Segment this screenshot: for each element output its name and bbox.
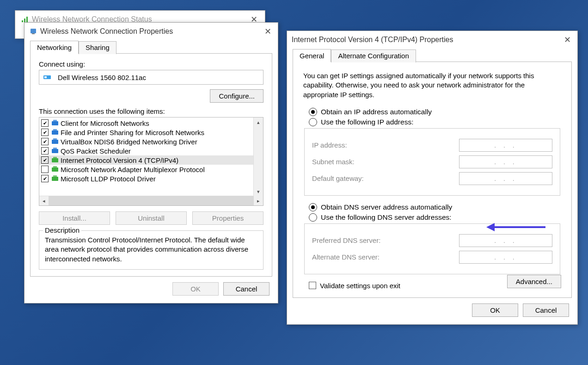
tab-general[interactable]: General (293, 49, 331, 62)
radio-dns-auto[interactable]: Obtain DNS server address automatically (303, 203, 561, 211)
close-icon[interactable]: ✕ (263, 26, 273, 37)
preferred-dns-input: . . . (459, 234, 552, 247)
info-text: You can get IP settings assigned automat… (303, 71, 561, 99)
service-icon (51, 119, 59, 127)
arrow-line (495, 226, 545, 228)
checkbox[interactable] (41, 147, 49, 155)
nic-icon (43, 73, 51, 81)
default-gateway-input: . . . (459, 172, 552, 185)
list-item[interactable]: Client for Microsoft Networks (39, 118, 263, 128)
radio-ip-manual[interactable]: Use the following IP address: (303, 118, 561, 126)
svg-rect-17 (52, 167, 58, 172)
svg-rect-11 (52, 140, 58, 144)
radio-label: Obtain DNS server address automatically (321, 203, 452, 211)
svg-rect-18 (53, 166, 57, 168)
svg-rect-15 (52, 158, 58, 162)
connection-properties-dialog: Wireless Network Connection Properties ✕… (24, 22, 278, 303)
svg-rect-10 (53, 129, 57, 131)
list-item[interactable]: File and Printer Sharing for Microsoft N… (39, 128, 263, 137)
annotation-arrow (486, 223, 545, 231)
ipv4-properties-dialog: Internet Protocol Version 4 (TCP/IPv4) P… (287, 31, 578, 325)
svg-rect-7 (52, 121, 58, 125)
svg-rect-9 (52, 130, 58, 135)
validate-checkbox[interactable] (309, 282, 316, 289)
list-item[interactable]: VirtualBox NDIS6 Bridged Networking Driv… (39, 137, 263, 146)
svg-rect-19 (52, 177, 58, 181)
scroll-up-icon[interactable]: ▴ (254, 118, 263, 127)
properties-button[interactable]: Properties (192, 211, 263, 225)
vertical-scrollbar[interactable]: ▴ ▾ (253, 118, 263, 196)
configure-button[interactable]: Configure... (210, 89, 263, 103)
radio-icon (309, 213, 317, 222)
horizontal-scrollbar[interactable]: ◂ ▸ (39, 196, 263, 205)
list-item-label: VirtualBox NDIS6 Bridged Networking Driv… (61, 138, 197, 146)
svg-rect-6 (44, 76, 47, 78)
radio-dns-manual[interactable]: Use the following DNS server addresses: (303, 213, 561, 222)
svg-rect-3 (31, 29, 36, 33)
list-item[interactable]: Microsoft LLDP Protocol Driver (39, 174, 263, 183)
ip-address-input: . . . (459, 139, 552, 152)
radio-icon (309, 118, 317, 126)
ip-fields-group: IP address: . . . Subnet mask: . . . Def… (304, 128, 560, 196)
checkbox[interactable] (41, 129, 49, 136)
checkbox[interactable] (41, 138, 49, 145)
checkbox[interactable] (41, 156, 49, 164)
list-item-label: Client for Microsoft Networks (61, 119, 149, 127)
tab-sharing[interactable]: Sharing (79, 41, 116, 54)
uninstall-button[interactable]: Uninstall (116, 211, 187, 225)
scroll-right-icon[interactable]: ▸ (254, 196, 263, 205)
radio-icon (309, 108, 317, 116)
list-item-label: QoS Packet Scheduler (61, 147, 131, 155)
alternate-dns-label: Alternate DNS server: (312, 253, 459, 261)
cancel-button[interactable]: Cancel (223, 282, 270, 296)
subnet-mask-input: . . . (459, 155, 552, 168)
advanced-button[interactable]: Advanced... (507, 275, 561, 288)
alternate-dns-input: . . . (459, 251, 552, 264)
svg-rect-14 (53, 148, 57, 149)
adapter-icon (29, 27, 37, 36)
tab-alternate-configuration[interactable]: Alternate Configuration (331, 49, 416, 62)
radio-ip-auto[interactable]: Obtain an IP address automatically (303, 108, 561, 116)
list-item-label: Microsoft LLDP Protocol Driver (61, 175, 156, 183)
checkbox[interactable] (41, 166, 49, 173)
tab-networking[interactable]: Networking (30, 41, 79, 54)
default-gateway-label: Default gateway: (312, 174, 459, 182)
cancel-button[interactable]: Cancel (523, 303, 569, 317)
service-icon (51, 137, 59, 146)
connection-items-listbox[interactable]: Client for Microsoft NetworksFile and Pr… (39, 117, 263, 206)
svg-rect-0 (22, 20, 23, 22)
list-item[interactable]: QoS Packet Scheduler (39, 146, 263, 155)
svg-rect-13 (52, 149, 58, 153)
list-item[interactable]: Internet Protocol Version 4 (TCP/IPv4) (39, 155, 263, 165)
service-icon (51, 165, 59, 173)
svg-rect-4 (32, 33, 35, 34)
titlebar[interactable]: Internet Protocol Version 4 (TCP/IPv4) P… (287, 31, 577, 49)
ok-button[interactable]: OK (172, 282, 219, 296)
scroll-down-icon[interactable]: ▾ (254, 187, 263, 196)
ip-address-label: IP address: (312, 141, 459, 149)
titlebar[interactable]: Wireless Network Connection Properties ✕ (24, 23, 278, 40)
install-button[interactable]: Install... (39, 211, 110, 225)
scroll-left-icon[interactable]: ◂ (39, 196, 49, 205)
service-icon (51, 128, 59, 136)
description-legend: Description (43, 226, 81, 234)
subnet-mask-label: Subnet mask: (312, 158, 459, 166)
list-item[interactable]: Microsoft Network Adapter Multiplexor Pr… (39, 165, 263, 174)
svg-rect-16 (53, 157, 57, 159)
svg-rect-20 (53, 175, 57, 177)
adapter-field[interactable]: Dell Wireless 1560 802.11ac (39, 70, 263, 85)
preferred-dns-label: Preferred DNS server: (312, 236, 459, 244)
checkbox[interactable] (41, 175, 49, 182)
close-icon[interactable]: ✕ (562, 35, 573, 45)
description-groupbox: Description Transmission Control Protoco… (39, 230, 263, 270)
list-item-label: Microsoft Network Adapter Multiplexor Pr… (61, 166, 205, 173)
svg-rect-8 (53, 120, 57, 122)
description-text: Transmission Control Protocol/Internet P… (45, 235, 257, 264)
ok-button[interactable]: OK (472, 303, 518, 317)
radio-icon (309, 203, 317, 211)
radio-label: Use the following IP address: (321, 118, 413, 126)
dialog-title: Wireless Network Connection Properties (40, 27, 173, 36)
list-item-label: File and Printer Sharing for Microsoft N… (61, 129, 204, 136)
radio-label: Use the following DNS server addresses: (321, 213, 452, 222)
checkbox[interactable] (41, 119, 49, 127)
